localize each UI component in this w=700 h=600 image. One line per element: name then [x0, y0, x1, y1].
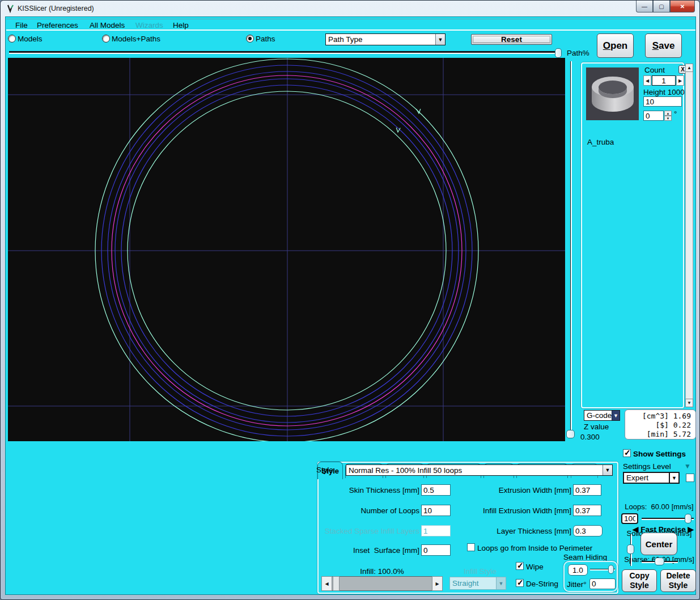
style-select[interactable]: Normal Res - 100% Infill 50 loops ▼	[346, 464, 613, 476]
infill-style-select: Straight ▼	[449, 577, 506, 590]
model-thumbnail[interactable]	[586, 67, 639, 120]
menu-item-all-models[interactable]: All Models	[90, 21, 125, 29]
reset-button[interactable]: Reset	[471, 34, 552, 45]
settings-level-select[interactable]: Expert ▼	[623, 472, 680, 484]
rotation-spin-down[interactable]: ▼	[664, 116, 672, 121]
close-x-icon: X	[681, 66, 685, 73]
height-input[interactable]	[643, 96, 682, 107]
z-value-slider[interactable]	[570, 61, 572, 430]
style-select-label: Style	[306, 466, 333, 475]
left-vertical-slider-thumb[interactable]	[627, 544, 634, 554]
wipe-label: Wipe	[526, 563, 544, 572]
settings-level-label: Settings Level	[623, 462, 671, 471]
count-increment-button[interactable]: ▶	[676, 75, 684, 86]
chevron-down-icon[interactable]: ▼	[669, 473, 678, 483]
models-scroll-down-button[interactable]: ▼	[685, 399, 693, 407]
gcode-select-value: G-code	[587, 411, 612, 420]
extrusion-width-input[interactable]	[573, 484, 601, 496]
window-controls: — ▢ ✕	[636, 1, 695, 12]
settings-collapse-icon[interactable]: ▼	[684, 462, 691, 470]
delete-style-button[interactable]: Delete Style	[660, 569, 696, 592]
rotation-input[interactable]	[643, 111, 664, 121]
z-value-thumb[interactable]	[566, 430, 575, 438]
center-label: Center	[646, 539, 673, 549]
models-scroll-up-button[interactable]: ▲	[685, 64, 693, 72]
window-title: KISSlicer (Unregistered)	[18, 5, 94, 12]
path-type-select[interactable]: Path Type ▼	[325, 33, 446, 45]
bottom-horizontal-slider-thumb[interactable]	[655, 557, 664, 565]
path-preview-render	[8, 58, 565, 441]
chevron-down-icon[interactable]: ▼	[435, 34, 445, 45]
chevron-down-icon[interactable]: ▼	[603, 465, 612, 475]
inset-surface-label: Inset Surface [mm]	[317, 546, 419, 555]
infill-scroll-left-button[interactable]: ◀	[321, 576, 332, 591]
up-arrow-icon: ▲	[667, 112, 670, 115]
speed-loops: Loops: 60.00 [mm/s]	[621, 502, 698, 512]
stat-cost: [$] 0.22	[625, 421, 691, 430]
chevron-down-icon[interactable]: ▼	[612, 411, 620, 420]
minimize-button[interactable]: —	[636, 1, 653, 12]
infill-extrusion-width-input[interactable]	[573, 505, 601, 516]
settings-level-value: Expert	[626, 474, 648, 482]
stat-time: [min] 5.72	[625, 430, 691, 439]
radio-paths[interactable]	[246, 35, 254, 43]
show-settings-checkbox[interactable]	[623, 449, 631, 457]
style-select-value: Normal Res - 100% Infill 50 loops	[349, 466, 462, 475]
open-button[interactable]: Open	[597, 33, 634, 58]
quality-value-input[interactable]	[621, 513, 638, 524]
infill-style-label: Infill Style	[449, 567, 511, 576]
scroll-up-icon: ▲	[687, 65, 691, 70]
maximize-button[interactable]: ▢	[653, 1, 670, 12]
save-button[interactable]: Save	[645, 33, 682, 58]
inset-surface-input[interactable]	[421, 544, 451, 556]
radio-models-paths[interactable]	[102, 35, 110, 43]
wipe-checkbox[interactable]	[516, 562, 524, 570]
close-button[interactable]: ✕	[670, 1, 695, 12]
menu-item-file[interactable]: File	[15, 21, 28, 29]
path-progress-slider[interactable]	[9, 51, 561, 54]
loops-inside-label: Loops go from Inside to Perimeter	[477, 544, 592, 553]
precise-arrow-icon[interactable]: ▶	[688, 525, 694, 534]
infill-scrollbar-thumb[interactable]	[333, 576, 340, 591]
destring-checkbox[interactable]	[516, 579, 524, 587]
infill-scrollbar[interactable]	[321, 576, 443, 591]
seam-slider-thumb[interactable]	[608, 565, 614, 574]
jitter-input[interactable]	[589, 578, 616, 589]
settings-extra-checkbox[interactable]	[686, 474, 694, 482]
copy-style-button[interactable]: Copy Style	[622, 569, 657, 592]
copy-style-label: Copy Style	[627, 571, 652, 591]
menu-item-preferences[interactable]: Preferences	[37, 21, 78, 29]
count-decrement-button[interactable]: ◀	[643, 75, 651, 86]
center-button[interactable]: Center	[640, 533, 677, 555]
gcode-select[interactable]: G-code ▼	[584, 410, 620, 421]
menu-item-help[interactable]: Help	[173, 21, 189, 29]
models-scrollbar[interactable]	[685, 64, 693, 407]
model-name: A_truba	[587, 138, 614, 147]
z-value-label: Z value	[584, 422, 609, 432]
rotation-spin-up[interactable]: ▲	[664, 111, 672, 116]
infill-scroll-right-button[interactable]: ▶	[432, 576, 443, 591]
chevron-down-icon: ▼	[496, 577, 506, 589]
layer-thickness-input[interactable]	[573, 525, 603, 536]
infill-percent-label: Infill: 100.0%	[321, 567, 443, 576]
loops-inside-checkbox[interactable]	[467, 543, 475, 551]
jitter-label: Jitter°	[567, 580, 587, 589]
down-arrow-icon: ▼	[667, 117, 670, 120]
path-percent-label: Path%	[567, 49, 589, 58]
seam-value-box[interactable]: 1.0	[568, 564, 588, 576]
model-thumbnail-render	[586, 67, 639, 120]
fast-arrow-icon[interactable]: ◀	[633, 525, 638, 534]
close-icon: ✕	[680, 3, 685, 10]
count-input[interactable]	[652, 75, 676, 86]
open-label: Open	[603, 40, 627, 52]
infill-extrusion-width-label: Infill Extrusion Width [mm]	[431, 506, 571, 516]
path-progress-thumb[interactable]	[555, 48, 562, 58]
extrusion-width-label: Extrusion Width [mm]	[431, 486, 571, 495]
stacked-sparse-infill-label: Stacked Sparse Infill Layers	[316, 527, 419, 536]
path-preview-canvas[interactable]	[8, 58, 565, 441]
quality-slider-thumb[interactable]	[685, 514, 691, 523]
minimize-icon: —	[642, 3, 647, 10]
radio-models[interactable]	[8, 35, 16, 43]
infill-style-value: Straight	[452, 579, 479, 588]
app-background: File Preferences All Models Wizards Help…	[5, 16, 696, 595]
